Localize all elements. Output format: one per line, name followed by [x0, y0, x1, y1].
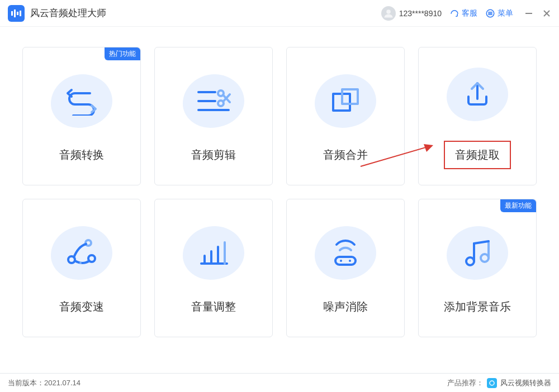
speed-icon — [51, 222, 112, 284]
card-add-bgm[interactable]: 最新功能 添加背景音乐 — [418, 199, 537, 337]
main-content: 热门功能 音频转换 — [0, 27, 559, 373]
service-link[interactable]: 客服 — [449, 8, 477, 18]
convert-icon — [51, 70, 112, 132]
card-label: 音频合并 — [323, 147, 368, 162]
minimize-button[interactable] — [524, 9, 533, 18]
card-audio-extract[interactable]: 音频提取 — [418, 47, 537, 185]
footer: 当前版本： 2021.07.14 产品推荐： 风云视频转换器 — [0, 373, 559, 392]
svg-point-4 — [386, 9, 391, 14]
card-label: 音量调整 — [191, 299, 236, 314]
svg-rect-3 — [20, 11, 21, 16]
version-label: 当前版本： — [8, 378, 44, 388]
card-label: 音频变速 — [59, 299, 104, 314]
rec-product[interactable]: 风云视频转换器 — [500, 378, 551, 388]
user-id[interactable]: 123****8910 — [399, 9, 442, 18]
card-volume-adjust[interactable]: 音量调整 — [154, 199, 273, 337]
menu-label: 菜单 — [498, 8, 513, 18]
card-label: 添加背景音乐 — [444, 299, 511, 314]
svg-rect-31 — [335, 257, 356, 265]
svg-point-41 — [490, 381, 494, 385]
titlebar: 风云音频处理大师 123****8910 客服 菜单 — [0, 0, 559, 27]
card-label: 噪声消除 — [323, 299, 368, 314]
svg-point-34 — [466, 257, 474, 265]
hot-badge: 热门功能 — [105, 47, 140, 60]
app-title: 风云音频处理大师 — [30, 7, 106, 20]
card-audio-convert[interactable]: 热门功能 音频转换 — [22, 47, 141, 185]
new-badge: 最新功能 — [500, 199, 536, 212]
version-value: 2021.07.14 — [44, 379, 80, 387]
card-label: 音频剪辑 — [191, 147, 236, 162]
noise-icon — [315, 222, 376, 284]
app-logo-icon — [8, 5, 25, 22]
extract-icon — [447, 64, 508, 125]
svg-rect-0 — [11, 11, 13, 16]
headset-icon — [449, 8, 459, 18]
svg-line-38 — [474, 241, 489, 243]
card-audio-cut[interactable]: 音频剪辑 — [154, 47, 273, 185]
card-noise-remove[interactable]: 噪声消除 — [286, 199, 405, 337]
card-audio-speed[interactable]: 音频变速 — [22, 199, 141, 337]
merge-icon — [315, 70, 376, 132]
cut-icon — [183, 70, 244, 132]
service-label: 客服 — [462, 8, 477, 18]
svg-rect-1 — [14, 9, 16, 17]
bgm-icon — [447, 222, 508, 284]
avatar-icon[interactable] — [381, 6, 396, 21]
svg-point-35 — [481, 254, 489, 262]
card-label: 音频提取 — [455, 147, 500, 162]
svg-rect-2 — [17, 12, 18, 15]
close-button[interactable] — [542, 9, 551, 18]
card-label: 音频转换 — [59, 147, 104, 162]
svg-point-25 — [79, 262, 82, 264]
svg-point-33 — [349, 260, 351, 262]
rec-logo-icon — [487, 378, 497, 388]
volume-icon — [183, 222, 244, 284]
card-audio-merge[interactable]: 音频合并 — [286, 47, 405, 185]
svg-point-32 — [340, 260, 342, 262]
menu-link[interactable]: 菜单 — [485, 8, 513, 18]
menu-icon — [485, 8, 495, 18]
rec-label: 产品推荐： — [447, 378, 484, 388]
